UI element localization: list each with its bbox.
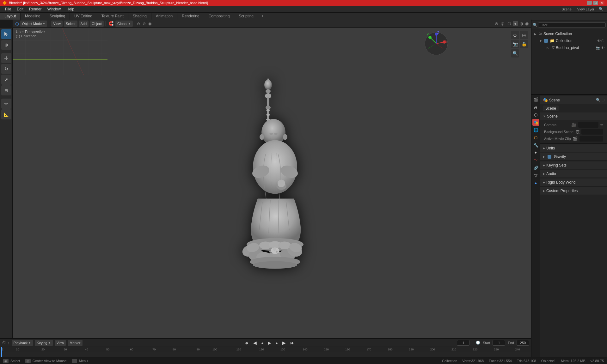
viewport-xray-btn[interactable]: ◎ <box>520 31 528 39</box>
audio-section-header[interactable]: ▶ Audio <box>540 170 607 178</box>
timeline-content-area[interactable] <box>0 352 531 357</box>
tool-move[interactable]: ✛ <box>1 53 11 63</box>
tab-scripting[interactable]: Scripting <box>234 13 258 20</box>
tab-uv-editing[interactable]: UV Editing <box>70 13 97 20</box>
collection-checkbox[interactable] <box>544 39 548 43</box>
buddha-restrict-icon[interactable]: 📷 <box>596 46 600 50</box>
proportional-icon[interactable]: ⊖ <box>143 21 146 26</box>
search-icon[interactable]: 🔍 <box>598 7 604 11</box>
camera-edit-icon[interactable]: ✏ <box>600 123 603 127</box>
tab-sculpting[interactable]: Sculpting <box>45 13 70 20</box>
snapping-toggle-icon[interactable]: ◉ <box>148 21 151 26</box>
marker-btn[interactable]: Marker <box>68 340 82 346</box>
tab-animation[interactable]: Animation <box>151 13 177 20</box>
play-btn[interactable]: ▶ <box>267 340 273 346</box>
viewport-camera-btn[interactable]: 📷 <box>511 40 519 48</box>
add-menu-btn[interactable]: Add <box>79 21 89 27</box>
prop-scene-btn[interactable]: 🎭 <box>532 119 539 126</box>
tool-rotate[interactable]: ↻ <box>1 64 11 74</box>
object-mode-dropdown[interactable]: Object Mode ▼ <box>20 21 47 27</box>
prop-view-layer-btn[interactable]: ⬡ <box>532 111 539 118</box>
object-menu-btn[interactable]: Object <box>90 21 104 27</box>
properties-search-icon[interactable]: 🔍 <box>596 98 600 102</box>
tab-texture-paint[interactable]: Texture Paint <box>97 13 128 20</box>
timeline-view-btn[interactable]: View <box>55 340 66 346</box>
prop-physics-btn[interactable]: 〜 <box>532 157 539 164</box>
tab-compositing[interactable]: Compositing <box>204 13 235 20</box>
prop-material-btn[interactable]: ● <box>532 179 539 186</box>
select-menu-btn[interactable]: Select <box>64 21 77 27</box>
maximize-button[interactable]: □ <box>593 1 598 5</box>
view-menu-btn[interactable]: View <box>51 21 63 27</box>
prop-world-btn[interactable]: 🌐 <box>532 126 539 133</box>
viewport-lock-btn[interactable]: 🔒 <box>520 40 528 48</box>
collection-exclude-icon[interactable]: ⬡ <box>601 39 604 43</box>
playback-menu-btn[interactable]: Playback ▼ <box>12 340 33 346</box>
looksdev-icon[interactable]: ◑ <box>520 21 523 26</box>
gravity-section-header[interactable]: ▶ Gravity <box>540 153 607 161</box>
outliner-item-buddha[interactable]: ▷ ▽ Buddha_pivot 📷 👁 <box>531 44 607 51</box>
jump-end-btn[interactable]: ⏭ <box>289 340 296 346</box>
outliner-item-scene-collection[interactable]: ▶ 🗂 Scene Collection <box>531 30 607 37</box>
prop-data-btn[interactable]: ▽ <box>532 172 539 179</box>
end-frame-input[interactable] <box>517 340 529 346</box>
next-key-btn[interactable]: ▸ <box>274 340 279 346</box>
tab-modeling[interactable]: Modeling <box>21 13 45 20</box>
prop-output-btn[interactable]: 🖨 <box>532 104 539 111</box>
tab-layout[interactable]: Layout <box>0 13 21 20</box>
prev-key-btn[interactable]: ◂ <box>260 340 265 346</box>
outliner-item-collection[interactable]: ▼ 📁 Collection 👁 ⬡ <box>531 37 607 44</box>
prev-frame-btn[interactable]: ◀ <box>252 340 258 346</box>
wireframe-icon[interactable]: ⬡ <box>507 21 511 26</box>
tab-shading[interactable]: Shading <box>128 13 151 20</box>
tool-cursor[interactable]: ⊕ <box>1 40 11 50</box>
viewport-search-btn[interactable]: 🔍 <box>511 49 519 58</box>
tab-add-button[interactable]: + <box>258 13 267 20</box>
active-clip-value[interactable] <box>579 136 603 142</box>
global-dropdown[interactable]: Global ▼ <box>115 21 133 27</box>
camera-value[interactable] <box>578 122 598 128</box>
prop-modifier-btn[interactable]: 🔧 <box>532 142 539 149</box>
tool-measure[interactable]: 📐 <box>1 109 11 119</box>
custom-props-header[interactable]: ▶ Custom Properties <box>540 187 607 195</box>
tool-transform[interactable]: ⊞ <box>1 85 11 95</box>
menu-edit[interactable]: Edit <box>14 6 26 12</box>
menu-window[interactable]: Window <box>45 6 63 12</box>
outliner-search-input[interactable] <box>538 22 606 27</box>
scene-section-header[interactable]: ▼ Scene <box>540 112 607 120</box>
close-button[interactable]: ✕ <box>599 1 604 5</box>
keying-menu-btn[interactable]: Keying ▼ <box>35 340 53 346</box>
prop-particles-btn[interactable]: ✦ <box>532 149 539 156</box>
solid-mode-icon[interactable]: ● <box>513 21 518 26</box>
menu-file[interactable]: File <box>3 6 14 12</box>
current-frame-input[interactable] <box>457 340 469 346</box>
viewport[interactable]: User Perspective (1) Collection <box>13 28 531 345</box>
overlay-icon[interactable]: ⊙ <box>495 21 498 26</box>
tool-select[interactable] <box>1 29 11 39</box>
minimize-button[interactable]: — <box>587 1 592 5</box>
menu-render[interactable]: Render <box>27 6 44 12</box>
tab-rendering[interactable]: Rendering <box>177 13 204 20</box>
buddha-hide-icon[interactable]: 👁 <box>601 46 604 50</box>
properties-filter-icon[interactable]: ⊟ <box>602 98 604 102</box>
prop-object-btn[interactable]: ⬡ <box>532 134 539 141</box>
timeline-ruler[interactable]: 1 10 20 30 40 50 60 70 80 90 100 110 120… <box>0 347 531 357</box>
keying-sets-header[interactable]: ▶ Keying Sets <box>540 161 607 169</box>
xray-icon[interactable]: ◎ <box>501 21 504 26</box>
units-section-header[interactable]: ▶ Units <box>540 144 607 152</box>
outliner-search-icon[interactable]: 🔍 <box>533 23 537 27</box>
prop-render-btn[interactable]: 🎬 <box>532 96 539 103</box>
pivot-icon[interactable]: ⊙ <box>137 21 140 26</box>
background-scene-value[interactable] <box>581 129 603 135</box>
viewport-overlays-btn[interactable]: ⊙ <box>511 31 519 39</box>
next-frame-btn[interactable]: ▶ <box>281 340 287 346</box>
menu-help[interactable]: Help <box>64 6 77 12</box>
jump-start-btn[interactable]: ⏮ <box>243 340 250 346</box>
rigid-body-header[interactable]: ▶ Rigid Body World <box>540 179 607 186</box>
rendered-icon[interactable]: ◉ <box>525 21 529 26</box>
collection-hide-icon[interactable]: 👁 <box>597 39 601 43</box>
navigation-gizmo[interactable]: Y X Z <box>424 31 449 56</box>
prop-constraints-btn[interactable]: 🔗 <box>532 164 539 171</box>
tool-scale[interactable]: ⤢ <box>1 75 11 85</box>
gravity-checkbox[interactable] <box>548 155 551 159</box>
